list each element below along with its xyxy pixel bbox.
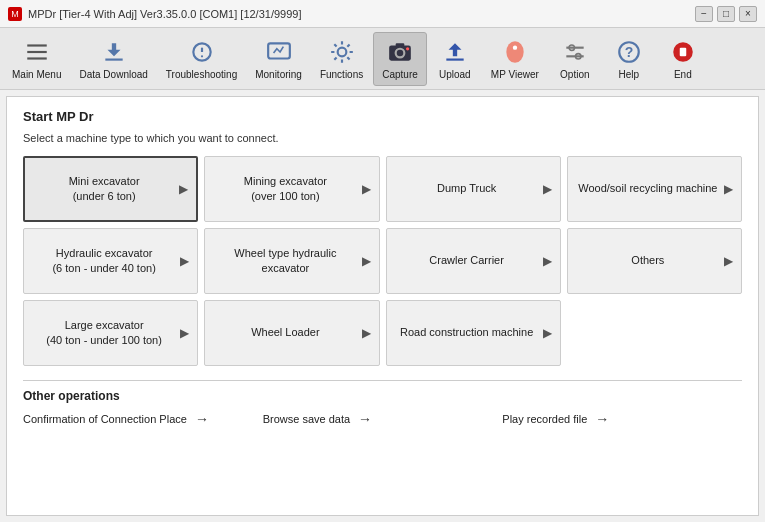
troubleshooting-icon	[188, 38, 216, 66]
upload-icon	[441, 38, 469, 66]
operation-label-play-recorded: Play recorded file	[502, 413, 587, 425]
machine-label-wheel-loader: Wheel Loader	[213, 325, 357, 340]
instruction-text: Select a machine type to which you want …	[23, 132, 742, 144]
toolbar-label-help: Help	[619, 69, 640, 80]
toolbar-item-capture[interactable]: Capture	[373, 32, 427, 86]
toolbar-label-mp-viewer: MP Viewer	[491, 69, 539, 80]
monitoring-icon	[265, 38, 293, 66]
svg-text:?: ?	[625, 44, 634, 60]
toolbar-item-monitoring[interactable]: Monitoring	[247, 32, 310, 86]
toolbar-item-functions[interactable]: Functions	[312, 32, 371, 86]
operation-link-play-recorded[interactable]: Play recorded file→	[502, 411, 742, 427]
machine-cell-mini-excavator[interactable]: Mini excavator(under 6 ton)▶	[23, 156, 198, 222]
toolbar-label-main-menu: Main Menu	[12, 69, 61, 80]
operation-arrow-connection-place: →	[195, 411, 209, 427]
machine-arrow-large-excavator: ▶	[180, 326, 189, 340]
machine-cell-others[interactable]: Others▶	[567, 228, 742, 294]
toolbar-item-end[interactable]: End	[657, 32, 709, 86]
maximize-button[interactable]: □	[717, 6, 735, 22]
machine-label-road-construction: Road construction machine	[395, 325, 539, 340]
svg-rect-10	[396, 43, 405, 46]
machine-grid: Mini excavator(under 6 ton)▶Mining excav…	[23, 156, 742, 366]
svg-point-5	[200, 55, 202, 57]
toolbar-label-troubleshooting: Troubleshooting	[166, 69, 237, 80]
toolbar-item-troubleshooting[interactable]: Troubleshooting	[158, 32, 245, 86]
machine-label-wood-soil: Wood/soil recycling machine	[576, 181, 720, 196]
toolbar-label-upload: Upload	[439, 69, 471, 80]
machine-arrow-wheel-hydraulic: ▶	[362, 254, 371, 268]
machine-arrow-wood-soil: ▶	[724, 182, 733, 196]
machine-arrow-others: ▶	[724, 254, 733, 268]
machine-arrow-dump-truck: ▶	[543, 182, 552, 196]
toolbar: Main MenuData DownloadTroubleshootingMon…	[0, 28, 765, 90]
other-operations-title: Other operations	[23, 380, 742, 403]
section-title: Start MP Dr	[23, 109, 742, 124]
machine-arrow-hydraulic-excavator: ▶	[180, 254, 189, 268]
machine-cell-mining-excavator[interactable]: Mining excavator(over 100 ton)▶	[204, 156, 379, 222]
machine-cell-crawler-carrier[interactable]: Crawler Carrier▶	[386, 228, 561, 294]
toolbar-item-upload[interactable]: Upload	[429, 32, 481, 86]
svg-rect-2	[27, 57, 47, 59]
help-icon: ?	[615, 38, 643, 66]
machine-arrow-road-construction: ▶	[543, 326, 552, 340]
machine-cell-wheel-loader[interactable]: Wheel Loader▶	[204, 300, 379, 366]
main-content: Start MP Dr Select a machine type to whi…	[6, 96, 759, 516]
operation-arrow-play-recorded: →	[595, 411, 609, 427]
toolbar-label-data-download: Data Download	[79, 69, 147, 80]
svg-rect-1	[27, 50, 47, 52]
svg-point-11	[406, 47, 409, 50]
machine-label-hydraulic-excavator: Hydraulic excavator(6 ton - under 40 ton…	[32, 246, 176, 277]
machine-label-crawler-carrier: Crawler Carrier	[395, 253, 539, 268]
toolbar-label-end: End	[674, 69, 692, 80]
functions-icon	[328, 38, 356, 66]
machine-label-others: Others	[576, 253, 720, 268]
machine-arrow-crawler-carrier: ▶	[543, 254, 552, 268]
machine-cell-hydraulic-excavator[interactable]: Hydraulic excavator(6 ton - under 40 ton…	[23, 228, 198, 294]
machine-label-large-excavator: Large excavator(40 ton - under 100 ton)	[32, 318, 176, 349]
operation-arrow-browse-save: →	[358, 411, 372, 427]
toolbar-label-functions: Functions	[320, 69, 363, 80]
data-download-icon	[100, 38, 128, 66]
toolbar-label-capture: Capture	[382, 69, 418, 80]
operation-link-browse-save[interactable]: Browse save data→	[263, 411, 503, 427]
machine-arrow-mini-excavator: ▶	[179, 182, 188, 196]
title-bar-controls[interactable]: − □ ×	[695, 6, 757, 22]
toolbar-label-option: Option	[560, 69, 589, 80]
close-button[interactable]: ×	[739, 6, 757, 22]
machine-cell-large-excavator[interactable]: Large excavator(40 ton - under 100 ton)▶	[23, 300, 198, 366]
machine-label-dump-truck: Dump Truck	[395, 181, 539, 196]
main-menu-icon	[23, 38, 51, 66]
other-operations-row: Confirmation of Connection Place→Browse …	[23, 411, 742, 427]
machine-arrow-wheel-loader: ▶	[362, 326, 371, 340]
svg-point-13	[506, 41, 523, 63]
app-icon: M	[8, 7, 22, 21]
machine-cell-dump-truck[interactable]: Dump Truck▶	[386, 156, 561, 222]
svg-rect-0	[27, 44, 47, 46]
toolbar-item-option[interactable]: Option	[549, 32, 601, 86]
machine-cell-wheel-hydraulic[interactable]: Wheel type hydraulic excavator▶	[204, 228, 379, 294]
machine-cell-wood-soil[interactable]: Wood/soil recycling machine▶	[567, 156, 742, 222]
operation-label-browse-save: Browse save data	[263, 413, 350, 425]
svg-rect-12	[446, 58, 463, 60]
end-icon	[669, 38, 697, 66]
toolbar-item-help[interactable]: ?Help	[603, 32, 655, 86]
toolbar-item-mp-viewer[interactable]: MP Viewer	[483, 32, 547, 86]
svg-point-14	[513, 45, 517, 49]
minimize-button[interactable]: −	[695, 6, 713, 22]
operation-label-connection-place: Confirmation of Connection Place	[23, 413, 187, 425]
title-bar-text: MPDr [Tier-4 With Adj] Ver3.35.0.0 [COM1…	[28, 8, 302, 20]
svg-rect-3	[105, 58, 122, 60]
machine-label-wheel-hydraulic: Wheel type hydraulic excavator	[213, 246, 357, 277]
option-icon	[561, 38, 589, 66]
machine-cell-road-construction[interactable]: Road construction machine▶	[386, 300, 561, 366]
svg-rect-22	[680, 47, 687, 56]
machine-arrow-mining-excavator: ▶	[362, 182, 371, 196]
toolbar-item-data-download[interactable]: Data Download	[71, 32, 155, 86]
toolbar-label-monitoring: Monitoring	[255, 69, 302, 80]
machine-label-mini-excavator: Mini excavator(under 6 ton)	[33, 174, 175, 205]
svg-point-7	[337, 47, 346, 56]
operation-link-connection-place[interactable]: Confirmation of Connection Place→	[23, 411, 263, 427]
toolbar-item-main-menu[interactable]: Main Menu	[4, 32, 69, 86]
machine-label-mining-excavator: Mining excavator(over 100 ton)	[213, 174, 357, 205]
capture-icon	[386, 38, 414, 66]
